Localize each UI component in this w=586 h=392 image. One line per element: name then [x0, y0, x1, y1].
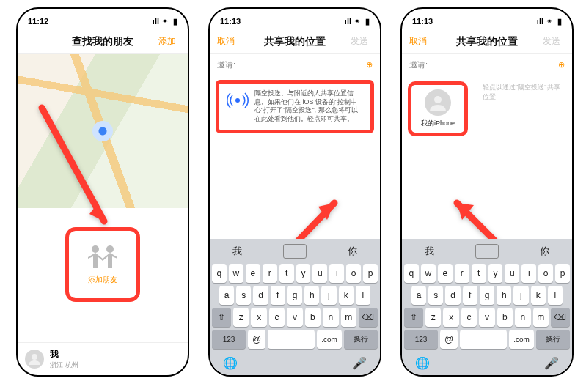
handwriting-icon[interactable]: [475, 244, 499, 259]
key-s[interactable]: s: [236, 286, 251, 305]
key-j[interactable]: j: [321, 286, 336, 305]
cancel-button[interactable]: 取消: [409, 35, 431, 48]
add-friends-card[interactable]: 添加朋友: [65, 227, 140, 302]
backspace-key[interactable]: ⌫: [551, 308, 570, 327]
key-e[interactable]: e: [438, 264, 453, 283]
key-r[interactable]: r: [455, 264, 469, 283]
suggestion-1[interactable]: 我: [232, 245, 242, 258]
backspace-key[interactable]: ⌫: [359, 308, 378, 327]
invite-input[interactable]: [240, 59, 366, 70]
key-v[interactable]: v: [287, 308, 302, 327]
mic-icon[interactable]: 🎤: [351, 355, 367, 371]
key-e[interactable]: e: [246, 264, 260, 283]
invite-bar[interactable]: 邀请: ⊕: [402, 54, 572, 75]
return-key[interactable]: 换行: [344, 330, 378, 349]
nav-add-button[interactable]: 添加: [158, 35, 180, 48]
invite-bar[interactable]: 邀请: ⊕: [210, 54, 380, 75]
key-z[interactable]: z: [233, 308, 249, 327]
key-u[interactable]: u: [312, 264, 327, 283]
key-g[interactable]: g: [287, 286, 302, 305]
key-h[interactable]: h: [497, 286, 511, 305]
key-r[interactable]: r: [263, 264, 277, 283]
key-g[interactable]: g: [480, 286, 494, 305]
key-c[interactable]: c: [269, 308, 285, 327]
key-d[interactable]: d: [445, 286, 460, 305]
key-l[interactable]: l: [548, 286, 563, 305]
keyboard[interactable]: 我 你 qwertyuiop asdfghjkl ⇧ zxcvbnm ⌫ 123…: [210, 239, 380, 375]
shift-key[interactable]: ⇧: [404, 308, 423, 327]
space-key[interactable]: [268, 330, 315, 349]
key-p[interactable]: p: [363, 264, 378, 283]
key-x[interactable]: x: [251, 308, 266, 327]
suggestion-3[interactable]: 你: [540, 245, 549, 258]
mic-icon[interactable]: 🎤: [543, 355, 560, 371]
send-button[interactable]: 发送: [351, 35, 373, 48]
suggestion-bar[interactable]: 我 你: [212, 242, 378, 261]
key-i[interactable]: i: [521, 264, 536, 283]
key-c[interactable]: c: [461, 308, 477, 327]
key-j[interactable]: j: [513, 286, 528, 305]
handwriting-icon[interactable]: [283, 244, 307, 259]
space-key[interactable]: [460, 330, 507, 349]
key-o[interactable]: o: [346, 264, 361, 283]
key-a[interactable]: a: [411, 286, 426, 305]
send-button[interactable]: 发送: [543, 35, 565, 48]
shift-key[interactable]: ⇧: [212, 308, 231, 327]
key-y[interactable]: y: [488, 264, 503, 283]
numeric-key[interactable]: 123: [212, 330, 246, 349]
key-m[interactable]: m: [533, 308, 549, 327]
cancel-button[interactable]: 取消: [217, 35, 239, 48]
suggestion-3[interactable]: 你: [348, 245, 357, 258]
add-contact-icon[interactable]: ⊕: [558, 60, 565, 70]
key-q[interactable]: q: [212, 264, 227, 283]
key-s[interactable]: s: [428, 286, 443, 305]
avatar-icon: [25, 350, 44, 369]
key-a[interactable]: a: [219, 286, 234, 305]
key-f[interactable]: f: [271, 286, 285, 305]
key-n[interactable]: n: [515, 308, 530, 327]
numeric-key[interactable]: 123: [404, 330, 438, 349]
at-key[interactable]: @: [248, 330, 265, 349]
key-y[interactable]: y: [296, 264, 311, 283]
map-view[interactable]: [18, 54, 188, 208]
wifi-icon: ᯤ: [546, 17, 554, 26]
key-t[interactable]: t: [472, 264, 486, 283]
at-key[interactable]: @: [440, 330, 458, 349]
suggestion-1[interactable]: 我: [425, 245, 434, 258]
globe-icon[interactable]: 🌐: [222, 355, 238, 371]
key-row-1: qwertyuiop: [212, 264, 378, 283]
add-contact-icon[interactable]: ⊕: [366, 60, 373, 70]
key-k[interactable]: k: [339, 286, 354, 305]
key-q[interactable]: q: [404, 264, 419, 283]
airdrop-contact-card[interactable]: 我的iPhone: [408, 81, 468, 136]
dotcom-key[interactable]: .com: [509, 330, 534, 349]
signal-icon: ıll: [153, 17, 159, 26]
suggestion-bar[interactable]: 我 你: [404, 242, 570, 261]
key-d[interactable]: d: [253, 286, 268, 305]
key-b[interactable]: b: [305, 308, 321, 327]
key-h[interactable]: h: [304, 286, 319, 305]
key-l[interactable]: l: [356, 286, 370, 305]
key-x[interactable]: x: [443, 308, 458, 327]
wifi-icon: ᯤ: [354, 17, 362, 26]
key-v[interactable]: v: [479, 308, 494, 327]
key-b[interactable]: b: [497, 308, 513, 327]
key-n[interactable]: n: [323, 308, 338, 327]
key-m[interactable]: m: [341, 308, 356, 327]
key-k[interactable]: k: [531, 286, 546, 305]
key-i[interactable]: i: [329, 264, 344, 283]
return-key[interactable]: 换行: [536, 330, 570, 349]
me-row[interactable]: 我 浙江 杭州: [18, 342, 188, 375]
key-w[interactable]: w: [229, 264, 243, 283]
key-t[interactable]: t: [279, 264, 294, 283]
globe-icon[interactable]: 🌐: [414, 355, 431, 371]
invite-input[interactable]: [432, 59, 558, 70]
key-o[interactable]: o: [538, 264, 553, 283]
key-w[interactable]: w: [421, 264, 436, 283]
key-p[interactable]: p: [555, 264, 570, 283]
key-f[interactable]: f: [463, 286, 477, 305]
keyboard[interactable]: 我 你 qwertyuiop asdfghjkl ⇧ zxcvbnm ⌫ 123…: [402, 239, 572, 375]
key-z[interactable]: z: [425, 308, 441, 327]
dotcom-key[interactable]: .com: [317, 330, 342, 349]
key-u[interactable]: u: [505, 264, 519, 283]
